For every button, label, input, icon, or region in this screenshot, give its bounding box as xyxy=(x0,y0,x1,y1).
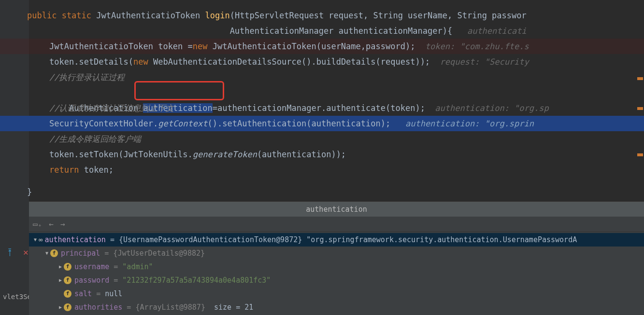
code-line[interactable]: return token; xyxy=(0,162,644,178)
nav-forward-icon[interactable]: → xyxy=(60,219,65,229)
var-root-row[interactable]: ∞ authentication = {UsernamePasswordAuth… xyxy=(29,233,644,247)
var-name: authorities xyxy=(74,301,122,314)
upload-icon[interactable]: ⭱ xyxy=(6,247,14,257)
var-value: "admin" xyxy=(122,260,153,274)
expand-icon[interactable] xyxy=(57,260,64,274)
watch-icon: ∞ xyxy=(39,233,43,247)
code-line[interactable]: public static JwtAuthenticatioToken logi… xyxy=(0,8,644,23)
var-value: null xyxy=(105,287,122,301)
close-icon[interactable]: ✕ xyxy=(23,247,29,257)
comment: //认证成功存储认证信息到上下文 xyxy=(49,103,174,113)
inline-hint: token: "com.zhu.fte.s xyxy=(425,41,529,51)
var-name: authentication xyxy=(44,233,105,247)
expand-icon[interactable] xyxy=(57,301,64,314)
left-action-icons: ⭱ ✕ xyxy=(6,247,29,257)
code-line[interactable]: //执行登录认证过程 xyxy=(0,69,644,85)
gutter-mark-icon xyxy=(637,153,643,156)
field-icon: f xyxy=(64,263,72,271)
expand-icon xyxy=(57,287,64,301)
gutter-mark-icon xyxy=(637,77,643,80)
type: JwtAuthenticatioToken xyxy=(96,11,205,20)
nav-back-icon[interactable]: ← xyxy=(49,219,54,229)
expand-icon[interactable] xyxy=(43,247,50,260)
field-icon: f xyxy=(64,276,72,284)
code-line[interactable]: token.setToken(JwtTokenUtils.generateTok… xyxy=(0,147,644,162)
var-name: principal xyxy=(61,247,100,260)
var-row[interactable]: f salt = null xyxy=(29,287,644,301)
var-value: size = 21 xyxy=(214,301,253,314)
code-line[interactable]: JwtAuthenticatioToken token =new JwtAuth… xyxy=(0,39,644,54)
var-value: = {UsernamePasswordAuthenticationToken@9… xyxy=(110,233,306,247)
params: (HttpServletRequest request, String user… xyxy=(230,11,527,20)
inline-hint: authentication: "org.sprin xyxy=(405,119,534,128)
gutter-mark-icon xyxy=(637,107,643,110)
field-icon: f xyxy=(64,303,72,311)
keyword: public static xyxy=(27,11,96,20)
var-name: salt xyxy=(74,287,92,301)
code-line[interactable]: AuthenticationManager authenticationMana… xyxy=(0,23,644,39)
expand-icon[interactable] xyxy=(32,233,39,247)
search-text: authentication xyxy=(306,205,367,214)
var-name: username xyxy=(74,260,109,274)
new-watch-icon[interactable]: ▭₊ xyxy=(33,219,42,229)
code-editor[interactable]: public static JwtAuthenticatioToken logi… xyxy=(0,0,644,200)
code-line[interactable]: token.setDetails(new WebAuthenticationDe… xyxy=(0,54,644,69)
var-row[interactable]: f password = "21232f297a57a5a743894a0e4a… xyxy=(29,274,644,287)
var-row[interactable]: f principal = {JwtUserDetails@9882} xyxy=(29,247,644,260)
inline-hint: authenticati xyxy=(467,26,527,36)
var-value: = {JwtUserDetails@9882} xyxy=(104,247,205,260)
debug-toolbar: ▭₊ ← → xyxy=(29,217,644,232)
comment: //生成令牌返回给客户端 xyxy=(49,134,141,144)
variable-search-bar[interactable]: authentication xyxy=(29,202,644,217)
method-name: login xyxy=(205,11,229,20)
code-line[interactable]: } xyxy=(0,184,644,200)
code-line[interactable]: //认证成功存储认证信息到上下文 xyxy=(0,100,644,116)
field-icon: f xyxy=(64,290,72,298)
execution-line[interactable]: SecurityContextHolder.getContext().setAu… xyxy=(0,116,644,131)
variables-tree[interactable]: ∞ authentication = {UsernamePasswordAuth… xyxy=(29,232,644,315)
comment: //执行登录认证过程 xyxy=(49,72,125,82)
var-value: "21232f297a57a5a743894a0e4a801fc3" xyxy=(122,274,271,287)
var-row[interactable]: f username = "admin" xyxy=(29,260,644,274)
var-row[interactable]: f authorities = {ArrayList@9887} size = … xyxy=(29,301,644,314)
code-line[interactable]: Authentication authentication=authentica… xyxy=(0,85,644,100)
code-line[interactable]: //生成令牌返回给客户端 xyxy=(0,131,644,147)
var-name: password xyxy=(74,274,109,287)
debugger-panel: authentication ▭₊ ← → ∞ authentication =… xyxy=(29,202,644,315)
expand-icon[interactable] xyxy=(57,274,64,287)
field-icon: f xyxy=(50,249,58,257)
inline-hint: request: "Security xyxy=(440,57,529,67)
